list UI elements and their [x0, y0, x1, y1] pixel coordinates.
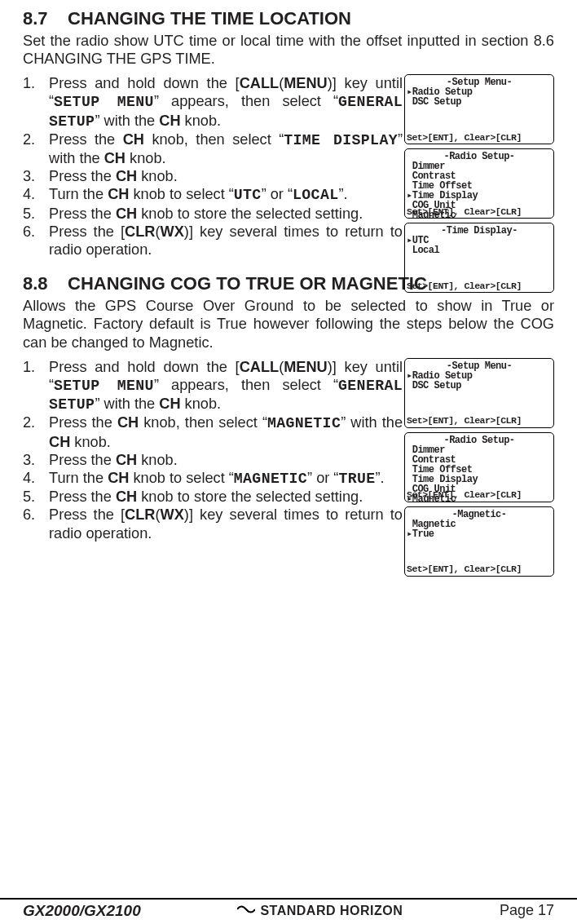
lcd-screen: -Setup Menu- Radio Setup DSC Setup Set>[…	[404, 358, 554, 428]
lcd-line: Local	[407, 245, 552, 255]
model-label: GX2000/GX2100	[23, 901, 141, 920]
step-number: 4.	[23, 185, 49, 204]
lcd-screen: -Setup Menu- Radio Setup DSC Setup Set>[…	[404, 74, 554, 144]
list-item: 2. Press the CH knob, then select “MAGNE…	[23, 413, 403, 450]
step-number: 4.	[23, 469, 49, 488]
step-body: Press the [CLR(WX)] key several times to…	[49, 223, 403, 259]
step-body: Press and hold down the [CALL(MENU)] key…	[49, 74, 403, 130]
heading-title: CHANGING THE TIME LOCATION	[68, 8, 351, 29]
heading-number: 8.7	[23, 8, 48, 29]
list-item: 3. Press the CH knob.	[23, 167, 403, 185]
list-item: 4. Turn the CH knob to select “MAGNETIC”…	[23, 469, 403, 488]
lcd-title: -Setup Menu-	[407, 361, 552, 371]
lcd-line: Time Display	[407, 475, 552, 484]
step-number: 1.	[23, 358, 49, 414]
step-body: Press the CH knob to store the selected …	[49, 205, 403, 223]
lcd-line: Contrast	[407, 455, 552, 465]
lcd-line: Time Offset	[407, 465, 552, 475]
lcd-screens: -Setup Menu- Radio Setup DSC Setup Set>[…	[404, 358, 554, 577]
section88-block: 1. Press and hold down the [CALL(MENU)] …	[23, 358, 554, 542]
lcd-line: DSC Setup	[407, 97, 552, 107]
lcd-footer: Set>[ENT], Clear>[CLR]	[407, 133, 522, 143]
lcd-screen: -Time Display- UTC Local Set>[ENT], Clea…	[404, 223, 554, 293]
list-item: 5. Press the CH knob to store the select…	[23, 488, 403, 506]
step-body: Turn the CH knob to select “MAGNETIC” or…	[49, 469, 403, 488]
step-body: Press and hold down the [CALL(MENU)] key…	[49, 358, 403, 414]
list-item: 6. Press the [CLR(WX)] key several times…	[23, 506, 403, 542]
brand-label: STANDARD HORIZON	[237, 903, 403, 919]
list-item: 5. Press the CH knob to store the select…	[23, 205, 403, 223]
section87-block: 1. Press and hold down the [CALL(MENU)] …	[23, 74, 554, 259]
lcd-line: Magnetic	[407, 519, 552, 529]
brand-icon	[237, 903, 255, 919]
list-item: 6. Press the [CLR(WX)] key several times…	[23, 223, 403, 259]
lcd-footer: Set>[ENT], Clear>[CLR]	[407, 207, 522, 217]
lcd-screen: -Radio Setup- Dimmer Contrast Time Offse…	[404, 432, 554, 502]
list-item: 4. Turn the CH knob to select “UTC” or “…	[23, 185, 403, 204]
step-body: Turn the CH knob to select “UTC” or “LOC…	[49, 185, 403, 204]
steps-list: 1. Press and hold down the [CALL(MENU)] …	[23, 74, 403, 259]
steps-list: 1. Press and hold down the [CALL(MENU)] …	[23, 358, 403, 542]
lcd-footer: Set>[ENT], Clear>[CLR]	[407, 490, 522, 500]
step-body: Press the CH knob.	[49, 451, 403, 469]
lcd-line: Dimmer	[407, 445, 552, 455]
step-body: Press the CH knob.	[49, 167, 403, 185]
page-number: Page 17	[500, 902, 554, 920]
step-number: 1.	[23, 74, 49, 130]
page-footer: GX2000/GX2100 STANDARD HORIZON Page 17	[0, 898, 577, 924]
step-number: 5.	[23, 488, 49, 506]
lcd-footer: Set>[ENT], Clear>[CLR]	[407, 564, 522, 574]
lcd-screen: -Radio Setup- Dimmer Contrast Time Offse…	[404, 148, 554, 219]
lcd-title: -Radio Setup-	[407, 435, 552, 445]
lcd-footer: Set>[ENT], Clear>[CLR]	[407, 281, 522, 291]
step-number: 5.	[23, 205, 49, 223]
heading-number: 8.8	[23, 273, 48, 294]
lcd-line: True	[407, 529, 552, 539]
section-intro: Set the radio show UTC time or local tim…	[23, 32, 554, 68]
heading-title: CHANGING COG TO TRUE OR MAGNETIC	[68, 273, 427, 294]
section-heading: 8.7 CHANGING THE TIME LOCATION	[23, 8, 554, 30]
step-body: Press the [CLR(WX)] key several times to…	[49, 506, 403, 542]
lcd-footer: Set>[ENT], Clear>[CLR]	[407, 416, 522, 426]
list-item: 3. Press the CH knob.	[23, 451, 403, 469]
list-item: 1. Press and hold down the [CALL(MENU)] …	[23, 358, 403, 414]
section-intro: Allows the GPS Course Over Ground to be …	[23, 297, 554, 351]
step-body: Press the CH knob to store the selected …	[49, 488, 403, 506]
lcd-line: DSC Setup	[407, 381, 552, 391]
step-number: 2.	[23, 413, 49, 450]
lcd-screen: -Magnetic- Magnetic True Set>[ENT], Clea…	[404, 506, 554, 577]
list-item: 1. Press and hold down the [CALL(MENU)] …	[23, 74, 403, 130]
lcd-line: Radio Setup	[407, 371, 552, 381]
lcd-screens: -Setup Menu- Radio Setup DSC Setup Set>[…	[404, 74, 554, 293]
step-number: 2.	[23, 130, 49, 167]
step-number: 3.	[23, 167, 49, 185]
list-item: 2. Press the CH knob, then select “TIME …	[23, 130, 403, 167]
step-number: 3.	[23, 451, 49, 469]
step-body: Press the CH knob, then select “TIME DIS…	[49, 130, 403, 167]
lcd-title: -Magnetic-	[407, 510, 552, 519]
step-number: 6.	[23, 506, 49, 542]
step-body: Press the CH knob, then select “MAGNETIC…	[49, 413, 403, 450]
step-number: 6.	[23, 223, 49, 259]
